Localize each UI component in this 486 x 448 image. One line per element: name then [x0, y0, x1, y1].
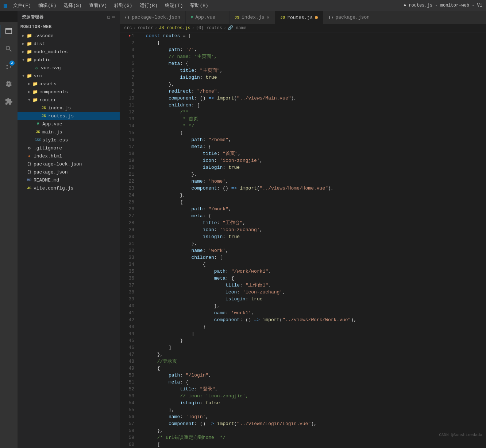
- tree-item-router[interactable]: ▼ 📁 router: [18, 96, 120, 104]
- code-line-30: isLogin: true: [140, 233, 486, 240]
- code-line-39: isLogin: true: [140, 296, 486, 303]
- new-file-icon[interactable]: ◻: [107, 14, 110, 20]
- tree-item-vue-svg[interactable]: ◇ vue.svg: [18, 64, 120, 72]
- folder-icon-node-modules: 📁: [26, 49, 32, 55]
- tree-item-assets[interactable]: ▶ 📁 assets: [18, 80, 120, 88]
- breadcrumb-routes-js[interactable]: JS routes.js: [159, 26, 190, 31]
- code-line-58: },: [140, 427, 486, 434]
- code-line-32: name: 'work',: [140, 247, 486, 254]
- code-line-37: title: "工作台1",: [140, 282, 486, 289]
- menu-select[interactable]: 选择(S): [61, 1, 84, 9]
- menu-file[interactable]: 文件(F): [10, 1, 34, 9]
- menu-terminal[interactable]: 终端(T): [162, 1, 186, 9]
- tab-unsaved-dot: [315, 16, 318, 19]
- tab-close-index-js[interactable]: ✕: [266, 15, 269, 20]
- tree-item-package-json[interactable]: {} package.json: [18, 168, 120, 176]
- code-line-33: children: [: [140, 254, 486, 261]
- file-icon-package-json: {}: [26, 170, 32, 174]
- code-line-53: // icon: 'icon-zongjie',: [140, 393, 486, 400]
- tab-app-vue[interactable]: ▼ App.vue: [186, 11, 230, 24]
- breadcrumb-router[interactable]: router: [138, 26, 153, 31]
- tree-item-readme[interactable]: MD README.md: [18, 176, 120, 184]
- tree-item-public[interactable]: ▼ 📁 public: [18, 56, 120, 64]
- code-line-45: }: [140, 337, 486, 344]
- code-line-1: const routes = [: [140, 32, 486, 39]
- tab-icon-routes-js: JS: [280, 15, 285, 20]
- root-label: MONITOR-WEB: [18, 23, 120, 31]
- arrow-assets: ▶: [26, 82, 32, 86]
- activity-debug[interactable]: [2, 77, 15, 90]
- watermark: CSDN @Sunshinedada: [439, 433, 482, 437]
- activity-source-control[interactable]: 2: [2, 60, 15, 73]
- code-line-17: meta: {: [140, 143, 486, 150]
- tab-package-lock[interactable]: {} package-lock.json: [120, 11, 186, 24]
- code-line-12: /**: [140, 109, 486, 116]
- arrow-src: ▼: [20, 74, 26, 78]
- activity-files[interactable]: [2, 25, 15, 38]
- menu-goto[interactable]: 转到(G): [111, 1, 135, 9]
- tab-icon-app-vue: ▼: [191, 15, 193, 20]
- menu-edit[interactable]: 编辑(E): [35, 1, 59, 9]
- breadcrumb-sep3: ›: [192, 26, 194, 31]
- code-line-7: isLogin: true: [140, 74, 486, 81]
- tab-package-json[interactable]: {} package.json: [323, 11, 375, 24]
- code-line-22: name: 'home',: [140, 178, 486, 185]
- file-icon-app-vue: V: [35, 122, 41, 126]
- code-editor[interactable]: ●1 2345678910 11121314151617181920 21222…: [120, 32, 486, 448]
- editor-area: {} package-lock.json ▼ App.vue JS index.…: [120, 11, 486, 448]
- breadcrumb-src[interactable]: src: [124, 26, 132, 31]
- code-line-34: {: [140, 261, 486, 268]
- breadcrumb-sep1: ›: [134, 26, 136, 31]
- code-line-57: component: () => import("../views/Login/…: [140, 420, 486, 427]
- tree-item-vscode[interactable]: ▶ 📁 .vscode: [18, 32, 120, 40]
- tree-item-routes-js[interactable]: JS routes.js: [18, 112, 120, 120]
- tree-item-index-js[interactable]: JS index.js: [18, 104, 120, 112]
- tree-item-gitignore[interactable]: ⚙ .gitignore: [18, 144, 120, 152]
- tree-item-package-lock[interactable]: {} package-lock.json: [18, 160, 120, 168]
- code-line-14: * */: [140, 122, 486, 129]
- file-icon-vite-config: JS: [26, 186, 32, 190]
- menu-help[interactable]: 帮助(H): [187, 1, 211, 9]
- tree-item-dist[interactable]: ▶ 📁 dist: [18, 40, 120, 48]
- arrow-public: ▼: [20, 58, 26, 62]
- file-icon-index-html: ◈: [26, 154, 32, 158]
- tree-item-components[interactable]: ▶ 📁 components: [18, 88, 120, 96]
- file-icon-package-lock: {}: [26, 162, 32, 166]
- title-bar: ▦ 文件(F) 编辑(E) 选择(S) 查看(V) 转到(G) 运行(R) 终端…: [0, 0, 486, 11]
- tree-item-src[interactable]: ▼ 📁 src: [18, 72, 120, 80]
- tab-index-js[interactable]: JS index.js ✕: [230, 11, 275, 24]
- code-line-19: icon: 'icon-zongjie',: [140, 157, 486, 164]
- main-layout: 资源管理器 ◻ ⋯ MONITOR-WEB ▶ 📁 .vscode ▶ 📁: [18, 11, 486, 448]
- code-content[interactable]: const routes = [ { path: '/', // name: '…: [137, 32, 486, 448]
- tab-routes-js[interactable]: JS routes.js: [275, 11, 323, 24]
- code-line-40: },: [140, 303, 486, 309]
- code-line-23: component: () => import("../views/Home/H…: [140, 185, 486, 192]
- tree-item-index-html[interactable]: ◈ index.html: [18, 152, 120, 160]
- tree-item-main-js[interactable]: JS main.js: [18, 128, 120, 136]
- code-line-49: {: [140, 365, 486, 372]
- file-icon-routes-js: JS: [41, 114, 47, 118]
- code-line-13: * 首页: [140, 116, 486, 122]
- activity-extensions[interactable]: [2, 95, 15, 108]
- activity-search[interactable]: [2, 42, 15, 55]
- menu-view[interactable]: 查看(V): [86, 1, 110, 9]
- tree-item-style-css[interactable]: CSS style.css: [18, 136, 120, 144]
- breadcrumb-sep2: ›: [155, 26, 157, 31]
- tab-bar: {} package-lock.json ▼ App.vue JS index.…: [120, 11, 486, 24]
- code-line-60: [: [140, 441, 486, 448]
- breadcrumb-name[interactable]: 🔗 name: [228, 25, 246, 31]
- file-icon-readme: MD: [26, 178, 32, 182]
- tab-icon-index-js: JS: [235, 15, 239, 20]
- file-icon-index-js: JS: [41, 106, 47, 110]
- arrow-components: ▶: [26, 90, 32, 94]
- code-line-41: name: 'work1',: [140, 309, 486, 316]
- tree-item-node-modules[interactable]: ▶ 📁 node_modules: [18, 48, 120, 56]
- new-folder-icon[interactable]: ⋯: [112, 14, 115, 20]
- tree-item-vite-config[interactable]: JS vite.config.js: [18, 184, 120, 192]
- code-line-35: path: "/work/work1",: [140, 268, 486, 275]
- breadcrumb-routes-obj[interactable]: {0} routes: [196, 26, 222, 31]
- tree-item-app-vue[interactable]: V App.vue: [18, 120, 120, 128]
- code-line-25: {: [140, 199, 486, 206]
- code-line-29: icon: 'icon-zuchang',: [140, 226, 486, 233]
- menu-run[interactable]: 运行(R): [137, 1, 161, 9]
